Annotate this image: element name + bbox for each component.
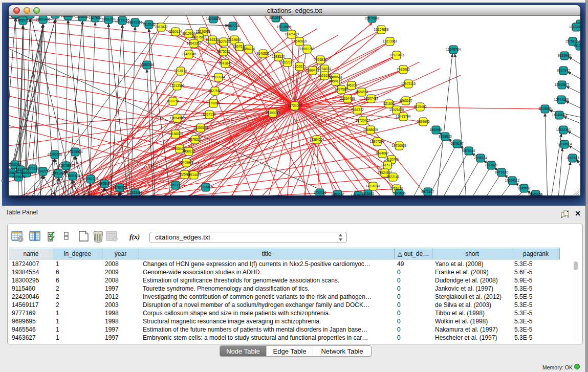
svg-text:17957223: 17957223 [83, 177, 98, 181]
svg-text:12975115: 12975115 [401, 82, 416, 85]
svg-text:8267130: 8267130 [203, 113, 216, 116]
svg-text:15692391: 15692391 [556, 128, 571, 132]
svg-text:18256617: 18256617 [61, 16, 76, 17]
svg-text:10553257: 10553257 [75, 16, 90, 18]
svg-text:6879197: 6879197 [450, 142, 464, 145]
svg-text:7632621: 7632621 [485, 163, 498, 167]
svg-text:9777169: 9777169 [26, 167, 39, 170]
svg-text:11325419: 11325419 [285, 32, 299, 36]
svg-text:8912954: 8912954 [182, 32, 195, 35]
svg-text:1615172: 1615172 [381, 163, 394, 167]
svg-text:16671355: 16671355 [128, 20, 143, 24]
svg-text:7955812: 7955812 [314, 58, 327, 61]
svg-text:19654982: 19654982 [170, 116, 185, 120]
svg-text:8471627: 8471627 [421, 190, 434, 193]
svg-text:9327503: 9327503 [192, 35, 206, 39]
svg-text:1824554: 1824554 [355, 90, 368, 94]
svg-text:7663822: 7663822 [155, 25, 168, 29]
svg-text:9146821: 9146821 [256, 52, 270, 55]
svg-text:3660124: 3660124 [169, 30, 182, 33]
svg-text:5450121: 5450121 [329, 79, 342, 83]
svg-text:9474444: 9474444 [462, 149, 475, 152]
svg-text:6899695: 6899695 [417, 120, 430, 123]
svg-text:1362615: 1362615 [293, 64, 306, 68]
svg-text:22975867: 22975867 [59, 164, 74, 167]
svg-text:f(x): f(x) [129, 233, 140, 240]
svg-text:9227342: 9227342 [557, 69, 570, 72]
svg-text:12213302: 12213302 [170, 84, 185, 87]
svg-text:6990443: 6990443 [306, 69, 319, 72]
svg-text:8938913: 8938913 [439, 135, 452, 138]
svg-text:10958127: 10958127 [97, 182, 112, 185]
svg-text:16648784: 16648784 [446, 48, 461, 51]
svg-text:15409948: 15409948 [179, 161, 194, 164]
svg-text:10654112: 10654112 [505, 179, 520, 182]
svg-text:1640954: 1640954 [429, 128, 443, 132]
svg-text:23420046: 23420046 [182, 52, 197, 56]
svg-text:10507487: 10507487 [364, 97, 379, 100]
svg-text:6734024: 6734024 [318, 67, 331, 71]
svg-text:18807299: 18807299 [370, 140, 385, 143]
svg-text:2935114: 2935114 [474, 156, 487, 160]
svg-text:16543362: 16543362 [187, 41, 202, 45]
svg-text:17016504: 17016504 [557, 142, 572, 146]
svg-text:8578312: 8578312 [188, 138, 202, 141]
svg-text:16210643: 16210643 [552, 113, 567, 117]
svg-text:21300213: 21300213 [266, 111, 280, 115]
svg-text:9245652: 9245652 [517, 186, 531, 190]
svg-text:16914479: 16914479 [187, 173, 202, 177]
svg-text:18724007: 18724007 [288, 104, 302, 107]
svg-text:8454749: 8454749 [242, 47, 255, 51]
svg-text:21364436: 21364436 [340, 97, 355, 100]
svg-text:12093872: 12093872 [555, 83, 570, 86]
svg-text:1312644: 1312644 [573, 44, 580, 48]
svg-text:1167533: 1167533 [567, 156, 579, 160]
svg-text:6466160: 6466160 [102, 17, 115, 21]
svg-text:621600: 621600 [383, 102, 395, 105]
svg-text:7515526: 7515526 [142, 23, 156, 26]
svg-text:9115461: 9115461 [362, 192, 375, 195]
svg-text:2522141: 2522141 [386, 175, 400, 179]
svg-text:12444186: 12444186 [554, 98, 569, 101]
svg-text:11451943: 11451943 [51, 171, 66, 175]
svg-text:9329996: 9329996 [558, 54, 571, 57]
svg-text:8427552: 8427552 [208, 89, 222, 93]
svg-text:16154808: 16154808 [374, 28, 389, 31]
svg-text:3875685: 3875685 [217, 50, 230, 53]
svg-text:13495794: 13495794 [396, 115, 411, 118]
svg-text:13505135: 13505135 [66, 174, 80, 178]
svg-text:19218596: 19218596 [277, 25, 292, 29]
svg-text:3154600: 3154600 [228, 38, 241, 41]
svg-text:9684067: 9684067 [376, 151, 389, 155]
svg-text:9463627: 9463627 [331, 192, 344, 195]
svg-text:20876842: 20876842 [365, 16, 380, 20]
svg-text:19166825: 19166825 [168, 132, 183, 136]
svg-text:1588520: 1588520 [272, 55, 285, 58]
svg-text:7485063: 7485063 [397, 68, 410, 71]
svg-text:4498222: 4498222 [182, 149, 195, 153]
svg-text:9245653: 9245653 [529, 192, 542, 195]
svg-text:20206526: 20206526 [48, 152, 62, 156]
svg-text:14055712: 14055712 [16, 18, 31, 22]
svg-text:19384554: 19384554 [310, 138, 324, 141]
svg-text:7857224: 7857224 [226, 24, 239, 28]
svg-text:6899696: 6899696 [393, 191, 406, 195]
svg-text:14136141: 14136141 [366, 184, 381, 188]
svg-text:1010751: 1010751 [166, 99, 180, 103]
svg-text:1733426: 1733426 [313, 191, 326, 194]
svg-text:26053346: 26053346 [140, 63, 155, 67]
svg-text:9857791: 9857791 [169, 183, 182, 187]
svg-text:8471626: 8471626 [495, 170, 508, 174]
svg-text:16640910: 16640910 [292, 39, 307, 43]
svg-text:15353594: 15353594 [193, 126, 208, 129]
svg-text:10025438: 10025438 [389, 108, 404, 112]
svg-text:10973493: 10973493 [389, 53, 404, 57]
svg-text:7986372: 7986372 [351, 108, 364, 112]
svg-text:19756928: 19756928 [392, 144, 407, 147]
svg-text:14120746: 14120746 [384, 158, 399, 161]
svg-text:16033809: 16033809 [206, 17, 221, 20]
svg-text:12213967: 12213967 [383, 39, 398, 43]
svg-text:9115460: 9115460 [414, 105, 427, 108]
svg-text:15720407: 15720407 [356, 119, 371, 122]
svg-text:16961758: 16961758 [300, 47, 315, 51]
